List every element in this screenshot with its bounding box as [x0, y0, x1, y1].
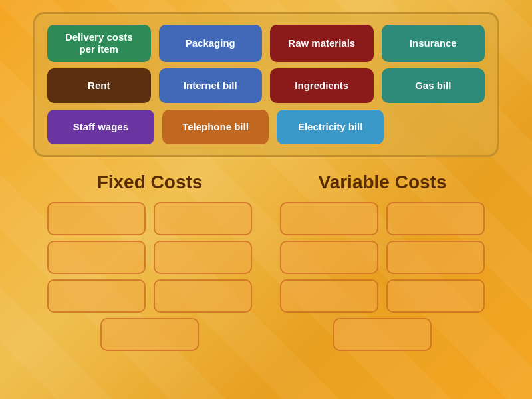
variable-drop-box-4[interactable]	[333, 318, 432, 351]
card-internet-bill[interactable]: Internet bill	[159, 68, 263, 103]
card-staff-wages[interactable]: Staff wages	[47, 110, 154, 144]
fixed-drop-box-3b[interactable]	[154, 279, 252, 313]
fixed-costs-drop-grid	[37, 202, 263, 351]
card-packaging[interactable]: Packaging	[159, 25, 263, 62]
variable-costs-column: Variable Costs	[269, 172, 495, 351]
card-ingredients[interactable]: Ingredients	[270, 68, 374, 103]
card-electricity-bill[interactable]: Electricity bill	[277, 110, 384, 144]
variable-drop-row-3	[280, 279, 485, 313]
variable-drop-box-3a[interactable]	[280, 279, 378, 313]
variable-drop-row-1	[280, 202, 485, 235]
card-rent[interactable]: Rent	[47, 68, 151, 103]
cards-row-2: Rent Internet bill Ingredients Gas bill	[47, 68, 485, 103]
variable-drop-box-1b[interactable]	[386, 202, 485, 235]
variable-costs-title: Variable Costs	[319, 172, 447, 193]
cards-row-1: Delivery costsper item Packaging Raw mat…	[47, 25, 485, 62]
variable-drop-box-2a[interactable]	[280, 241, 378, 274]
variable-costs-drop-grid	[269, 202, 495, 351]
fixed-drop-row-3	[47, 279, 252, 313]
lower-section: Fixed Costs Var	[33, 172, 499, 351]
fixed-drop-box-2b[interactable]	[154, 241, 252, 274]
variable-drop-box-2b[interactable]	[386, 241, 485, 274]
variable-drop-box-3b[interactable]	[386, 279, 485, 313]
card-raw-materials[interactable]: Raw materials	[270, 25, 374, 62]
variable-drop-row-2	[280, 241, 485, 274]
fixed-drop-row-2	[47, 241, 252, 274]
fixed-costs-title: Fixed Costs	[97, 172, 203, 193]
cards-panel: Delivery costsper item Packaging Raw mat…	[33, 12, 499, 157]
fixed-drop-box-2a[interactable]	[47, 241, 146, 274]
fixed-drop-box-4[interactable]	[100, 318, 199, 351]
card-delivery-costs[interactable]: Delivery costsper item	[47, 25, 151, 62]
variable-drop-row-4	[333, 318, 432, 351]
variable-drop-box-1a[interactable]	[280, 202, 378, 235]
card-telephone-bill[interactable]: Telephone bill	[162, 110, 269, 144]
fixed-drop-row-1	[47, 202, 252, 235]
card-gas-bill[interactable]: Gas bill	[382, 68, 485, 103]
cards-row-3: Staff wages Telephone bill Electricity b…	[47, 110, 485, 144]
fixed-drop-row-4	[100, 318, 199, 351]
main-container: Delivery costsper item Packaging Raw mat…	[0, 0, 532, 363]
fixed-drop-box-3a[interactable]	[47, 279, 146, 313]
fixed-costs-column: Fixed Costs	[37, 172, 263, 351]
fixed-drop-box-1b[interactable]	[154, 202, 252, 235]
fixed-drop-box-1a[interactable]	[47, 202, 146, 235]
card-insurance[interactable]: Insurance	[382, 25, 485, 62]
